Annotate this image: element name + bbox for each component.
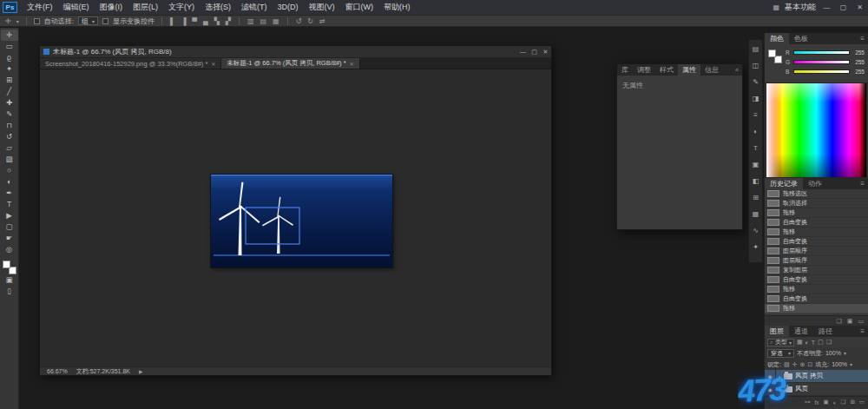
tab-color[interactable]: 颜色 bbox=[765, 33, 789, 44]
tab-libraries[interactable]: 库 bbox=[617, 64, 633, 76]
group-expand-icon[interactable]: ▸ bbox=[779, 386, 781, 393]
tool-preset-chevron-icon[interactable]: ▾ bbox=[16, 18, 19, 24]
delete-layer-icon[interactable]: ▭ bbox=[859, 399, 865, 406]
add-layer-mask-icon[interactable]: ▣ bbox=[823, 399, 828, 406]
layer-name[interactable]: 风页 bbox=[795, 385, 808, 393]
move-tool-button[interactable]: ✛ bbox=[1, 30, 18, 41]
history-brush-tool-button[interactable]: ↺ bbox=[1, 131, 18, 142]
new-adjustment-layer-icon[interactable]: ◐ bbox=[833, 399, 837, 406]
type-tool-button[interactable]: T bbox=[1, 199, 18, 210]
layer-filter-dropdown[interactable]: ⌕ 类型 ▾ bbox=[767, 339, 794, 346]
new-group-icon[interactable]: ❏ bbox=[841, 399, 846, 406]
crop-tool-button[interactable]: ⊞ bbox=[1, 75, 18, 86]
align-top-icon[interactable]: ▀ bbox=[191, 17, 198, 25]
foreground-color-swatch[interactable] bbox=[768, 49, 776, 57]
tab-adjustments[interactable]: 调整 bbox=[633, 64, 655, 76]
panel-menu-icon[interactable]: ≡ bbox=[860, 327, 868, 335]
tab-layers[interactable]: 图层 bbox=[765, 326, 789, 337]
current-tool-icon[interactable]: ✛ bbox=[4, 17, 12, 25]
delete-state-icon[interactable]: ▭ bbox=[858, 318, 864, 325]
fill-value[interactable]: 100% bbox=[832, 361, 847, 367]
collapse-panel-icon[interactable]: « bbox=[735, 67, 742, 73]
doc-minimize-button[interactable]: — bbox=[517, 49, 529, 55]
history-state[interactable]: 取消选择 bbox=[765, 199, 868, 208]
zoom-tool-button[interactable]: ◎ bbox=[1, 244, 18, 255]
history-state[interactable]: 图层顺序 bbox=[765, 256, 868, 266]
green-value[interactable]: 255 bbox=[852, 59, 865, 65]
history-state[interactable]: 拖移 bbox=[765, 285, 868, 294]
foreground-color-swatch[interactable] bbox=[3, 261, 10, 268]
document-titlebar[interactable]: 未标题-1 @ 66.7% (风页 拷贝, RGB/8) — ▢ ✕ bbox=[40, 46, 551, 58]
menu-3d[interactable]: 3D(D) bbox=[273, 0, 304, 15]
spot-healing-brush-tool-button[interactable]: ✚ bbox=[1, 97, 18, 109]
new-document-from-state-icon[interactable]: ❏ bbox=[836, 318, 841, 325]
doc-close-button[interactable]: ✕ bbox=[540, 49, 551, 56]
lock-position-icon[interactable]: ✛ bbox=[792, 361, 798, 368]
zoom-level[interactable]: 66.67% bbox=[47, 368, 68, 374]
menu-layer[interactable]: 图层(L) bbox=[128, 0, 163, 15]
blend-mode-dropdown[interactable]: 穿透 ▾ bbox=[767, 349, 794, 358]
menu-select[interactable]: 选择(S) bbox=[200, 0, 236, 15]
collapsed-panel-icon-5[interactable]: ≡ bbox=[753, 109, 758, 121]
auto-select-checkbox[interactable] bbox=[34, 18, 40, 24]
panel-menu-icon[interactable]: ≡ bbox=[860, 180, 868, 188]
gradient-tool-button[interactable]: ▨ bbox=[1, 154, 18, 165]
collapsed-panel-icon-6[interactable]: ◐ bbox=[753, 126, 758, 137]
clone-stamp-tool-button[interactable]: ⊓ bbox=[1, 120, 18, 131]
filter-smart-objects-icon[interactable]: ❏ bbox=[826, 339, 832, 346]
red-value[interactable]: 255 bbox=[852, 49, 865, 56]
3d-roll-icon[interactable]: ↻ bbox=[306, 17, 314, 25]
history-state[interactable]: 拖移选区 bbox=[765, 189, 868, 199]
tab-info[interactable]: 信息 bbox=[700, 64, 723, 76]
distribute-center-icon[interactable]: ▦ bbox=[272, 17, 280, 25]
eraser-tool-button[interactable]: ▱ bbox=[1, 142, 18, 154]
quick-selection-tool-button[interactable]: ✦ bbox=[1, 63, 18, 75]
layer-row-fengye-copy[interactable]: ◉ ▸ 风页 拷贝 bbox=[765, 370, 868, 383]
red-slider[interactable] bbox=[793, 50, 850, 55]
canvas-area[interactable] bbox=[40, 69, 551, 366]
blue-value[interactable]: 255 bbox=[852, 69, 865, 75]
dodge-tool-button[interactable]: ◐ bbox=[1, 176, 18, 188]
collapsed-panel-icon-9[interactable]: ◧ bbox=[753, 175, 760, 187]
canvas-image[interactable] bbox=[211, 175, 392, 267]
menu-help[interactable]: 帮助(H) bbox=[378, 0, 416, 15]
history-state-current[interactable]: 拖移 bbox=[765, 304, 868, 313]
collapsed-panel-icon-1[interactable]: ▤ bbox=[753, 43, 760, 55]
tab-history[interactable]: 历史记录 bbox=[765, 178, 803, 189]
menu-window[interactable]: 窗口(W) bbox=[340, 0, 379, 15]
color-swatch-control[interactable] bbox=[3, 261, 16, 274]
new-layer-icon[interactable]: ⊞ bbox=[850, 399, 854, 406]
tab-actions[interactable]: 动作 bbox=[803, 178, 827, 189]
panel-menu-icon[interactable]: ≡ bbox=[860, 35, 868, 43]
close-icon[interactable]: ✕ bbox=[350, 61, 354, 67]
collapsed-panel-icon-13[interactable]: ✦ bbox=[753, 241, 759, 253]
shape-tool-button[interactable]: ▢ bbox=[1, 221, 18, 233]
color-panel-swatches[interactable] bbox=[768, 49, 782, 63]
screen-mode-button[interactable]: ▯ bbox=[1, 286, 18, 297]
menu-filter[interactable]: 滤镜(T) bbox=[236, 0, 273, 15]
filter-shape-layers-icon[interactable]: ▢ bbox=[818, 339, 824, 346]
color-spectrum-picker[interactable] bbox=[766, 82, 867, 178]
path-selection-tool-button[interactable]: ▶ bbox=[1, 210, 18, 221]
lock-transparency-icon[interactable]: ▨ bbox=[784, 361, 790, 368]
filter-type-layers-icon[interactable]: T bbox=[812, 340, 815, 346]
create-snapshot-icon[interactable]: ▣ bbox=[847, 318, 853, 325]
tab-swatches[interactable]: 色板 bbox=[789, 33, 813, 44]
collapsed-panel-icon-4[interactable]: ◨ bbox=[753, 93, 760, 104]
history-state[interactable]: 复制图层 bbox=[765, 266, 868, 275]
maximize-button[interactable]: ▢ bbox=[838, 3, 849, 11]
3d-drag-icon[interactable]: ⇄ bbox=[319, 17, 326, 25]
history-state[interactable]: 自由变换 bbox=[765, 218, 868, 228]
eyedropper-tool-button[interactable]: ╱ bbox=[1, 86, 18, 97]
tab-styles[interactable]: 样式 bbox=[655, 64, 678, 76]
group-expand-icon[interactable]: ▸ bbox=[779, 373, 781, 379]
menu-edit[interactable]: 编辑(E) bbox=[58, 0, 95, 15]
history-state[interactable]: 自由变换 bbox=[765, 294, 868, 304]
menu-type[interactable]: 文字(Y) bbox=[163, 0, 200, 15]
blur-tool-button[interactable]: ○ bbox=[1, 165, 18, 176]
distribute-h-icon[interactable]: ▥ bbox=[247, 17, 255, 25]
collapsed-panel-icon-7[interactable]: T bbox=[753, 142, 758, 154]
collapsed-panel-icon-10[interactable]: ⊞ bbox=[753, 192, 759, 203]
hand-tool-button[interactable]: ☛ bbox=[1, 233, 18, 244]
collapsed-panel-icon-12[interactable]: ∿ bbox=[753, 225, 759, 236]
